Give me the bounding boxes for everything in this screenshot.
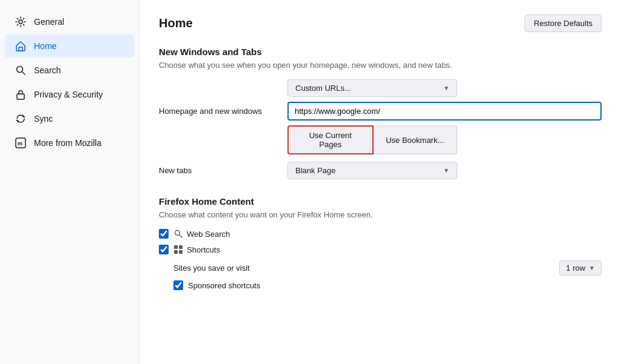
chevron-down-icon: ▼ (443, 167, 449, 174)
sponsored-label: Sponsored shortcuts (188, 281, 260, 290)
sites-row: Sites you save or visit 1 row ▼ (173, 260, 602, 276)
new-windows-tabs-title: New Windows and Tabs (159, 47, 602, 57)
newtabs-row: New tabs Blank Page ▼ (159, 162, 602, 179)
homepage-button-group: Use Current Pages Use Bookmark... (287, 125, 457, 154)
web-search-item: Web Search (159, 229, 602, 239)
svg-line-7 (180, 235, 182, 237)
svg-rect-8 (174, 245, 178, 249)
sidebar-item-search[interactable]: Search (5, 59, 134, 82)
homepage-url-input[interactable] (287, 102, 602, 121)
sponsored-checkbox[interactable] (173, 280, 183, 290)
main-content: Home Restore Defaults New Windows and Ta… (139, 0, 621, 364)
page-header: Home Restore Defaults (159, 15, 602, 32)
firefox-home-section: Firefox Home Content Choose what content… (159, 196, 602, 290)
shortcuts-item: Shortcuts (159, 245, 602, 254)
sidebar-item-home[interactable]: Home (5, 35, 134, 58)
mozilla-icon: m (15, 137, 27, 149)
restore-defaults-button[interactable]: Restore Defaults (525, 15, 602, 32)
shortcuts-sub-options: Sites you save or visit 1 row ▼ Sponsore… (173, 260, 602, 290)
web-search-checkbox[interactable] (159, 229, 169, 239)
home-icon (15, 40, 27, 52)
lock-icon (15, 88, 27, 101)
new-tabs-label: New tabs (159, 166, 280, 175)
svg-rect-10 (174, 250, 178, 254)
svg-point-1 (17, 67, 23, 73)
sites-dropdown[interactable]: 1 row ▼ (559, 260, 602, 276)
sidebar-item-more[interactable]: m More from Mozilla (5, 131, 134, 154)
new-tabs-value: Blank Page (295, 166, 336, 175)
sync-icon (15, 113, 27, 125)
svg-line-2 (22, 72, 25, 74)
shortcuts-checkbox[interactable] (159, 245, 169, 254)
sidebar-item-sync-label: Sync (34, 114, 53, 124)
sites-value: 1 row (566, 263, 585, 273)
homepage-row: Homepage and new windows (159, 102, 602, 121)
gear-icon (15, 16, 27, 28)
sidebar: General Home Search Privacy & Se (0, 0, 139, 364)
chevron-down-icon: ▼ (589, 265, 595, 271)
use-bookmark-button[interactable]: Use Bookmark... (374, 125, 458, 154)
svg-text:m: m (18, 141, 22, 147)
search-icon (173, 229, 183, 239)
firefox-home-desc: Choose what content you want on your Fir… (159, 210, 602, 219)
sidebar-item-search-label: Search (34, 65, 61, 75)
shortcuts-icon (173, 245, 183, 254)
homepage-label: Homepage and new windows (159, 107, 280, 116)
page-title: Home (159, 16, 193, 30)
chevron-down-icon: ▼ (443, 85, 449, 91)
search-icon (15, 64, 27, 76)
homepage-type-value: Custom URLs... (295, 84, 351, 93)
svg-rect-9 (179, 245, 183, 249)
firefox-home-title: Firefox Home Content (159, 196, 602, 207)
homepage-type-dropdown[interactable]: Custom URLs... ▼ (287, 79, 457, 97)
sidebar-item-more-label: More from Mozilla (34, 138, 101, 148)
sponsored-item: Sponsored shortcuts (173, 280, 602, 290)
svg-point-6 (175, 231, 180, 236)
new-windows-tabs-section: New Windows and Tabs Choose what you see… (159, 47, 602, 179)
new-windows-tabs-desc: Choose what you see when you open your h… (159, 61, 602, 70)
web-search-label: Web Search (173, 229, 230, 239)
sidebar-item-sync[interactable]: Sync (5, 107, 134, 130)
sidebar-item-privacy[interactable]: Privacy & Security (5, 83, 134, 106)
shortcuts-label: Shortcuts (173, 245, 220, 254)
sidebar-item-home-label: Home (34, 41, 56, 51)
svg-rect-3 (17, 94, 24, 99)
new-tabs-dropdown[interactable]: Blank Page ▼ (287, 162, 457, 179)
svg-rect-11 (179, 250, 183, 254)
sidebar-item-general[interactable]: General (5, 10, 134, 33)
use-current-pages-button[interactable]: Use Current Pages (287, 125, 374, 154)
svg-point-0 (19, 20, 22, 24)
sidebar-item-privacy-label: Privacy & Security (34, 90, 103, 99)
sites-label: Sites you save or visit (173, 263, 250, 273)
sidebar-item-general-label: General (34, 17, 64, 27)
